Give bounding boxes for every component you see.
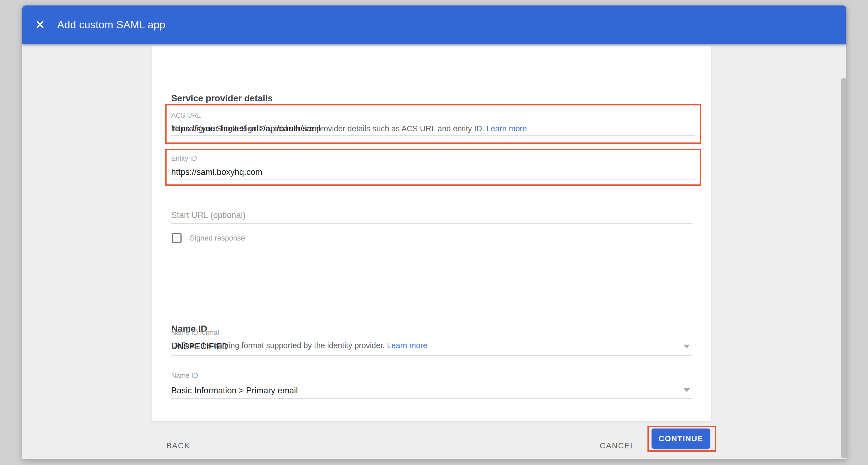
start-url-input[interactable]: [171, 207, 692, 224]
entity-id-label: Entity ID: [171, 155, 197, 162]
chevron-down-icon[interactable]: [683, 344, 690, 348]
entity-id-highlight-box: Entity ID: [165, 149, 701, 186]
name-id-underline: [171, 398, 692, 399]
acs-url-input[interactable]: [171, 122, 695, 136]
add-custom-saml-app-dialog: ✕ Add custom SAML app Service provider d…: [22, 5, 846, 459]
vertical-scrollbar-thumb[interactable]: [841, 78, 846, 459]
dialog-header: ✕ Add custom SAML app: [22, 5, 846, 44]
chevron-down-icon[interactable]: [683, 388, 690, 392]
section-heading-service-provider-details: Service provider details: [171, 93, 273, 103]
page: ✕ Add custom SAML app Service provider d…: [0, 0, 868, 465]
acs-url-label: ACS URL: [171, 111, 200, 119]
signed-response-label: Signed response: [190, 234, 245, 242]
name-id-select[interactable]: Basic Information > Primary email: [171, 386, 298, 396]
service-provider-card: Service provider details To configure Si…: [152, 46, 711, 421]
name-id-label: Name ID: [171, 372, 198, 379]
continue-button[interactable]: CONTINUE: [652, 429, 710, 449]
cancel-button[interactable]: CANCEL: [600, 441, 635, 450]
name-id-format-select[interactable]: UNSPECIFIED: [171, 342, 228, 352]
entity-id-input[interactable]: [171, 165, 695, 179]
signed-response-row: Signed response: [172, 233, 245, 243]
learn-more-link-name-id[interactable]: Learn more: [387, 341, 428, 350]
back-button[interactable]: BACK: [166, 441, 190, 450]
close-icon[interactable]: ✕: [32, 17, 48, 33]
acs-url-highlight-box: ACS URL: [165, 104, 701, 144]
signed-response-checkbox[interactable]: [172, 233, 182, 243]
name-id-format-underline: [171, 355, 692, 356]
name-id-format-label: Name ID format: [171, 329, 219, 336]
dialog-title: Add custom SAML app: [57, 5, 165, 44]
